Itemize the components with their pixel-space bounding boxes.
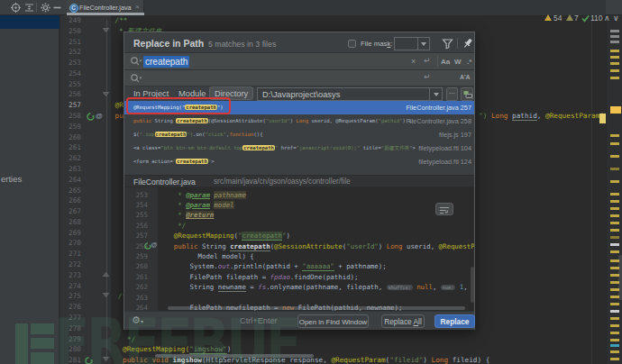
result-text: <form action="createpath"> bbox=[133, 155, 215, 168]
tab-close-icon[interactable]: × bbox=[135, 3, 140, 11]
preview-code-line: * @param model bbox=[158, 200, 234, 210]
match-case-toggle[interactable]: Aa bbox=[441, 58, 450, 66]
preview-code-line: */ bbox=[158, 221, 186, 231]
line-number: 254 bbox=[60, 68, 81, 79]
preserve-case-toggle[interactable]: A’A bbox=[460, 74, 471, 80]
whole-words-toggle[interactable]: W bbox=[454, 58, 462, 66]
recompile-gutter-icon[interactable] bbox=[85, 357, 93, 364]
stripe-mark bbox=[610, 339, 619, 341]
next-issue-icon[interactable]: ∨ bbox=[613, 14, 619, 23]
search-match-highlight bbox=[599, 114, 606, 123]
stripe-mark bbox=[610, 155, 619, 158]
replace-all-button[interactable]: Replace All bbox=[381, 314, 425, 329]
line-number: 261 bbox=[60, 142, 81, 153]
preview-line-number: 253 bbox=[124, 190, 148, 200]
preview-code-line: String newname = fs.onlyname(pathname, f… bbox=[158, 282, 468, 292]
hide-panel-icon[interactable] bbox=[52, 3, 62, 13]
header-separator bbox=[457, 38, 458, 49]
browse-directory-button[interactable]: ... bbox=[446, 87, 458, 101]
annotation-gutter-icon[interactable]: @ bbox=[96, 112, 103, 120]
result-file-label: filetypeload.ftl 124 bbox=[418, 155, 471, 168]
preview-code-line: @RequestMapping("createpath") bbox=[158, 231, 290, 241]
preview-vertical-scrollbar[interactable] bbox=[471, 267, 474, 303]
stripe-mark bbox=[610, 324, 619, 327]
prev-issue-icon[interactable]: ∧ bbox=[604, 14, 610, 23]
file-mask-checkbox[interactable] bbox=[348, 40, 356, 48]
line-number: 260 bbox=[60, 132, 81, 143]
preview-horizontal-scrollbar[interactable] bbox=[168, 306, 465, 310]
recompile-gutter-icon[interactable] bbox=[87, 113, 95, 121]
fold-marker[interactable] bbox=[103, 272, 109, 277]
right-margin-guide bbox=[591, 15, 592, 364]
line-number: 251 bbox=[60, 37, 81, 48]
insert-newline-icon[interactable]: ↵ bbox=[424, 72, 431, 81]
line-number: 258 bbox=[60, 111, 81, 122]
code-line-249: /** bbox=[115, 15, 128, 26]
preview-line-number: 257 bbox=[124, 231, 148, 241]
directory-combo[interactable]: D:\Javaproject\oasys bbox=[257, 87, 443, 102]
replace-field[interactable]: ↵ A’A bbox=[124, 69, 474, 86]
fold-marker[interactable] bbox=[103, 28, 109, 32]
line-number: 274 bbox=[60, 281, 81, 292]
insert-newline-icon[interactable]: ↵ bbox=[424, 56, 431, 65]
preview-code-line: System.out.println(pathid + "aaaaaa" + p… bbox=[158, 261, 387, 271]
line-number: 271 bbox=[60, 249, 81, 259]
result-row[interactable]: public String createpath(@SessionAttribu… bbox=[124, 114, 474, 128]
replace-icon bbox=[130, 73, 142, 84]
clear-search-icon[interactable]: × bbox=[411, 57, 416, 66]
regex-toggle[interactable]: .* bbox=[467, 58, 471, 66]
stripe-scrollbar-thumb[interactable] bbox=[618, 255, 622, 300]
search-input-value[interactable]: createpath bbox=[143, 56, 189, 68]
result-row[interactable]: <a class="btn btn-sm btn-default topcrea… bbox=[124, 141, 474, 155]
stripe-mark bbox=[610, 50, 619, 52]
file-mask-combo[interactable] bbox=[394, 37, 430, 50]
stripe-mark bbox=[610, 56, 619, 59]
filter-icon[interactable] bbox=[442, 38, 453, 50]
error-stripe[interactable] bbox=[606, 15, 622, 364]
line-number: 264 bbox=[60, 175, 81, 186]
editor-horizontal-scrollbar[interactable] bbox=[155, 354, 314, 358]
project-panel[interactable]: erties bbox=[0, 15, 59, 364]
replace-button[interactable]: Replace bbox=[434, 314, 475, 329]
preview-file-name: FileController.java bbox=[133, 177, 196, 187]
preview-line-number: 259 bbox=[124, 251, 148, 261]
recursive-toggle-button[interactable] bbox=[461, 87, 473, 101]
field-separator bbox=[437, 56, 438, 67]
locate-icon[interactable] bbox=[11, 3, 21, 13]
stripe-mark bbox=[610, 35, 619, 38]
pin-icon[interactable] bbox=[462, 37, 474, 50]
warning-icon bbox=[544, 14, 552, 21]
weak-warning-icon bbox=[566, 14, 573, 21]
stripe-mark bbox=[610, 332, 619, 334]
line-number: 281 bbox=[60, 355, 81, 364]
preview-pane[interactable]: 253 * @param pathname254 * @param model2… bbox=[124, 187, 474, 311]
line-number: 257 bbox=[60, 100, 81, 111]
weak-warning-count: 7 bbox=[574, 14, 579, 23]
result-row[interactable]: $(".topcreatepath").on("click",function(… bbox=[124, 128, 474, 141]
soft-wrap-button[interactable] bbox=[435, 203, 453, 215]
preview-code-line: FilePath filepath = fpdao.findOne(pathid… bbox=[158, 272, 359, 282]
stripe-mark bbox=[610, 180, 619, 183]
collapse-all-icon[interactable] bbox=[24, 3, 34, 13]
result-row[interactable]: <form action="createpath"> filetypeload.… bbox=[124, 155, 474, 168]
tab-strip-empty bbox=[144, 0, 606, 15]
stripe-mark bbox=[610, 222, 619, 224]
project-selected-row[interactable] bbox=[0, 15, 59, 29]
preview-line-number: 264 bbox=[124, 303, 148, 311]
fold-marker[interactable] bbox=[103, 92, 109, 96]
search-field[interactable]: createpath × ↵ Aa W .* bbox=[124, 52, 474, 69]
fold-marker[interactable] bbox=[103, 357, 109, 361]
open-in-find-window-button[interactable]: Open in Find Window bbox=[297, 314, 369, 329]
line-number: 269 bbox=[60, 228, 81, 239]
result-file-label: FileController.java 258 bbox=[406, 114, 471, 128]
fold-marker[interactable] bbox=[103, 293, 109, 297]
settings-gear-icon[interactable] bbox=[41, 3, 50, 13]
line-number: 259 bbox=[60, 122, 81, 132]
line-number: 278 bbox=[60, 323, 81, 334]
settings-gear-icon[interactable]: ⚙▾ bbox=[132, 314, 143, 326]
line-number: 270 bbox=[60, 238, 81, 249]
stripe-mark bbox=[610, 142, 619, 145]
line-number: 262 bbox=[60, 153, 81, 164]
line-number: 253 bbox=[60, 58, 81, 68]
line-number: 273 bbox=[60, 270, 81, 281]
